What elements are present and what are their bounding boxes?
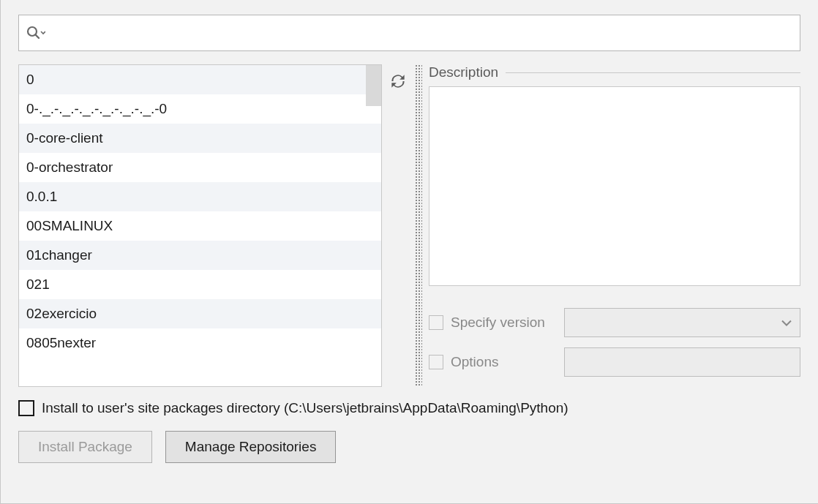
svg-line-1 <box>36 35 40 39</box>
manage-repositories-button[interactable]: Manage Repositories <box>165 431 337 463</box>
list-item[interactable]: 0 <box>19 65 381 94</box>
specify-version-checkbox[interactable] <box>429 315 443 330</box>
divider <box>506 72 800 73</box>
list-item[interactable]: 0-orchestrator <box>19 153 381 182</box>
version-dropdown[interactable] <box>564 308 800 337</box>
options-input[interactable] <box>564 347 800 377</box>
description-text-area <box>429 86 800 286</box>
list-item[interactable]: 02exercicio <box>19 299 381 328</box>
options-checkbox[interactable] <box>429 355 443 369</box>
package-list[interactable]: 0 0-._.-._.-._.-._.-._.-._.-0 0-core-cli… <box>18 64 382 387</box>
refresh-icon[interactable] <box>389 72 408 94</box>
specify-version-label: Specify version <box>451 315 564 331</box>
scrollbar-thumb[interactable] <box>366 65 381 106</box>
splitter-handle[interactable] <box>415 64 422 387</box>
options-label: Options <box>451 354 564 370</box>
search-box[interactable] <box>18 15 800 51</box>
search-icon <box>26 26 45 40</box>
list-item[interactable]: 0-._.-._.-._.-._.-._.-._.-0 <box>19 94 381 124</box>
list-item[interactable]: 00SMALINUX <box>19 211 381 241</box>
chevron-down-icon <box>781 315 792 331</box>
list-item[interactable]: 01changer <box>19 241 381 270</box>
description-label: Description <box>429 64 498 80</box>
user-site-label: Install to user's site packages director… <box>42 400 569 416</box>
available-packages-panel: 0 0-._.-._.-._.-._.-._.-._.-0 0-core-cli… <box>0 0 818 504</box>
list-item[interactable]: 0-core-client <box>19 124 381 153</box>
description-header: Description <box>429 64 800 80</box>
install-package-button[interactable]: Install Package <box>18 431 152 463</box>
user-site-checkbox[interactable] <box>18 400 34 416</box>
list-item[interactable]: 0.0.1 <box>19 182 381 211</box>
list-item[interactable]: 0805nexter <box>19 328 381 358</box>
list-item[interactable]: 021 <box>19 270 381 299</box>
search-input[interactable] <box>50 25 792 42</box>
